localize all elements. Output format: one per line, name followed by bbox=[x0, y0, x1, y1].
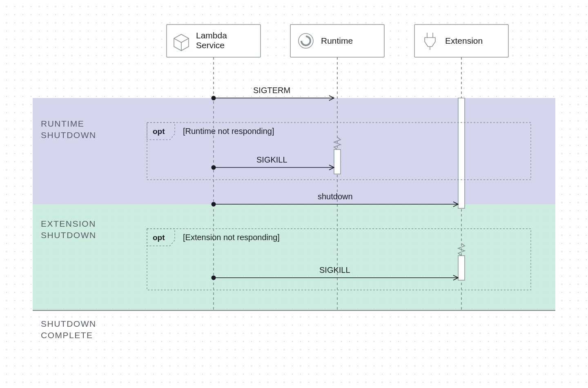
message-shutdown-label: shutdown bbox=[318, 192, 353, 201]
participant-runtime-label: Runtime bbox=[321, 36, 353, 45]
activation-extension bbox=[458, 98, 465, 208]
phase-complete-label2: COMPLETE bbox=[41, 330, 93, 340]
participant-runtime: Runtime bbox=[290, 25, 384, 57]
opt-tag-runtime: opt bbox=[153, 127, 165, 136]
svg-rect-7 bbox=[458, 256, 465, 280]
phase-runtime-label1: RUNTIME bbox=[41, 119, 84, 128]
opt-guard-runtime: [Runtime not responding] bbox=[183, 127, 274, 136]
opt-guard-extension: [Extension not responding] bbox=[183, 233, 280, 242]
sequence-diagram: RUNTIME SHUTDOWN EXTENSION SHUTDOWN SHUT… bbox=[0, 0, 588, 388]
opt-tag-extension: opt bbox=[153, 233, 165, 242]
message-sigterm-label: SIGTERM bbox=[253, 86, 290, 95]
message-sigkill-extension-label: SIGKILL bbox=[319, 265, 350, 274]
phase-runtime-band bbox=[33, 98, 555, 204]
phase-extension-label1: EXTENSION bbox=[41, 219, 96, 228]
participant-extension: Extension bbox=[414, 25, 508, 57]
participant-lambda: LambdaService bbox=[167, 25, 261, 57]
svg-rect-8 bbox=[334, 149, 341, 174]
message-sigkill-runtime-label: SIGKILL bbox=[256, 155, 287, 164]
phase-complete-label1: SHUTDOWN bbox=[41, 319, 96, 328]
participant-extension-label: Extension bbox=[445, 36, 483, 45]
message-sigterm: SIGTERM bbox=[212, 86, 334, 100]
participant-lambda-label: LambdaService bbox=[196, 31, 227, 50]
phase-runtime-label2: SHUTDOWN bbox=[41, 130, 96, 140]
phase-extension-band bbox=[33, 204, 555, 310]
phase-extension-label2: SHUTDOWN bbox=[41, 230, 96, 240]
